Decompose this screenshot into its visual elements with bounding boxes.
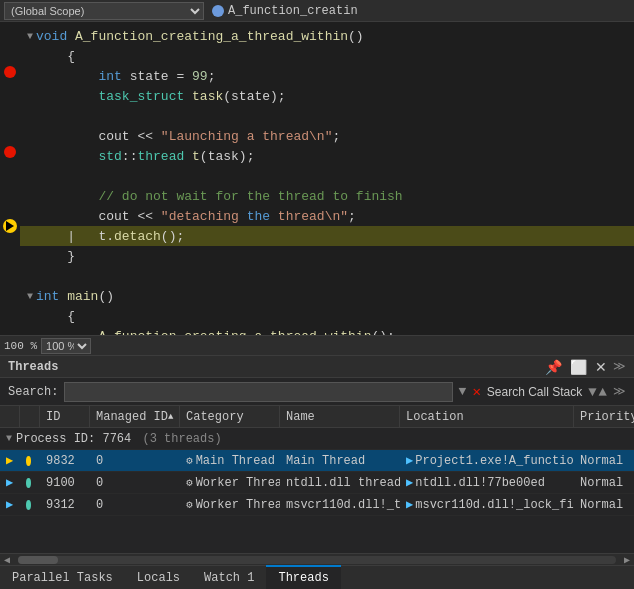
row-id: 9312 <box>40 494 90 515</box>
search-input[interactable] <box>64 382 452 402</box>
process-row: ▼ Process ID: 7764 (3 threads) <box>0 428 634 450</box>
code-line: { <box>20 306 634 326</box>
code-line: { <box>20 46 634 66</box>
code-line: std::thread t(task); <box>20 146 634 166</box>
row-arrow: ▶ <box>6 475 13 490</box>
row-location: ▶ntdll.dll!77be00ed <box>400 472 574 493</box>
overflow-menu[interactable]: ≫ <box>613 359 626 374</box>
fold-icon-2[interactable]: ▼ <box>24 290 36 302</box>
code-line: cout << "detaching the thread\n"; <box>20 206 634 226</box>
row-dot-cell <box>20 472 40 493</box>
code-line <box>20 106 634 126</box>
row-managed-id: 0 <box>90 450 180 471</box>
tab-parallel-tasks[interactable]: Parallel Tasks <box>0 565 125 589</box>
code-line: A_function_creating_a_thread_within(); <box>20 326 634 335</box>
pin-button[interactable]: 📌 <box>543 359 564 375</box>
threads-table: ID Managed ID Category Name Location Pri… <box>0 406 634 553</box>
table-row[interactable]: ▶ 9832 0 ⚙Main Thread Main Thread ▶Proje… <box>0 450 634 472</box>
execution-arrow <box>3 219 17 233</box>
table-row[interactable]: ▶ 9312 0 ⚙Worker Thread msvcr110d.dll!_t… <box>0 494 634 516</box>
horizontal-scrollbar[interactable]: ◀ ▶ <box>0 553 634 565</box>
zoom-bar: 100 % 100 % <box>0 335 634 355</box>
th-managed-id[interactable]: Managed ID <box>90 406 180 427</box>
row-dot-cell <box>20 450 40 471</box>
row-location: ▶Project1.exe!A_function_crea <box>400 450 574 471</box>
row-name: ntdll.dll thread <box>280 472 400 493</box>
code-line: int state = 99; <box>20 66 634 86</box>
search-call-stack-label: Search Call Stack <box>487 385 582 399</box>
search-label: Search: <box>8 385 58 399</box>
thread-icon: ⚙ <box>186 498 193 511</box>
row-managed-id: 0 <box>90 472 180 493</box>
code-line: } <box>20 246 634 266</box>
fold-icon[interactable]: ▼ <box>24 30 36 42</box>
code-line: task_struct task(state); <box>20 86 634 106</box>
table-row[interactable]: ▶ 9100 0 ⚙Worker Thread ntdll.dll thread… <box>0 472 634 494</box>
th-category[interactable]: Category <box>180 406 280 427</box>
row-id: 9832 <box>40 450 90 471</box>
zoom-dropdown[interactable]: 100 % <box>41 338 91 354</box>
panel-title: Threads <box>8 360 543 374</box>
close-button[interactable]: ✕ <box>593 359 609 375</box>
row-name: Main Thread <box>280 450 400 471</box>
code-line: // do not wait for the thread to finish <box>20 186 634 206</box>
line-gutter <box>0 22 20 335</box>
status-dot <box>26 500 31 510</box>
filter-icon[interactable]: ▼ <box>588 384 596 400</box>
keyword: void <box>36 29 75 44</box>
maximize-button[interactable]: ⬜ <box>568 359 589 375</box>
code-line <box>20 266 634 286</box>
table-overflow-menu[interactable]: ≫ <box>613 384 626 399</box>
row-location: ▶msvcr110d.dll!_lock_file <box>400 494 574 515</box>
collapse-icon[interactable]: ▼ <box>6 433 12 444</box>
row-arrow-cell: ▶ <box>0 472 20 493</box>
function-name-token: A_function_creating_a_thread_within <box>75 29 348 44</box>
table-body: ▼ Process ID: 7764 (3 threads) ▶ 9832 0 … <box>0 428 634 553</box>
location-arrow[interactable]: ▶ <box>406 453 413 468</box>
scrollbar-track[interactable] <box>18 556 616 564</box>
th-id[interactable]: ID <box>40 406 90 427</box>
tab-threads[interactable]: Threads <box>266 565 340 589</box>
search-call-stack-button[interactable]: Search Call Stack <box>487 385 582 399</box>
th-name[interactable]: Name <box>280 406 400 427</box>
row-arrow: ▶ <box>6 497 13 512</box>
row-name: msvcr110d.dll!_tl <box>280 494 400 515</box>
row-priority: Normal <box>574 472 634 493</box>
breakpoint-1[interactable] <box>4 66 16 78</box>
filter-up-icon[interactable]: ▲ <box>599 384 607 400</box>
row-category: ⚙Worker Thread <box>180 494 280 515</box>
breakpoint-2[interactable] <box>4 146 16 158</box>
tab-watch1[interactable]: Watch 1 <box>192 565 266 589</box>
code-content: ▼ void A_function_creating_a_thread_with… <box>20 22 634 335</box>
code-line-execution: | t.detach(); <box>20 226 634 246</box>
th-arrow <box>0 406 20 427</box>
dropdown-arrow[interactable]: ▼ <box>459 384 467 399</box>
row-arrow-cell: ▶ <box>0 450 20 471</box>
row-priority: Normal <box>574 450 634 471</box>
scope-dropdown[interactable]: (Global Scope) <box>4 2 204 20</box>
panel-actions: 📌 ⬜ ✕ ≫ <box>543 359 626 375</box>
location-arrow[interactable]: ▶ <box>406 475 413 490</box>
panel-title-bar: Threads 📌 ⬜ ✕ ≫ <box>0 356 634 378</box>
row-category: ⚙Main Thread <box>180 450 280 471</box>
function-name: A_function_creatin <box>228 4 358 18</box>
search-bar: Search: ▼ ✕ Search Call Stack ▼ ▲ ≫ <box>0 378 634 406</box>
code-editor: ▼ void A_function_creating_a_thread_with… <box>0 22 634 335</box>
process-label: Process ID: 7764 (3 threads) <box>16 432 222 446</box>
row-arrow-cell: ▶ <box>0 494 20 515</box>
zoom-level: 100 % <box>4 340 37 352</box>
svg-marker-0 <box>6 221 14 231</box>
tab-locals[interactable]: Locals <box>125 565 192 589</box>
function-indicator: A_function_creatin <box>212 4 358 18</box>
code-line <box>20 166 634 186</box>
filter-icons: ▼ ▲ <box>588 384 607 400</box>
th-location[interactable]: Location <box>400 406 574 427</box>
table-header: ID Managed ID Category Name Location Pri… <box>0 406 634 428</box>
clear-icon[interactable]: ✕ <box>472 383 480 400</box>
th-priority[interactable]: Priority <box>574 406 634 427</box>
active-arrow: ▶ <box>6 453 13 468</box>
threads-panel: Threads 📌 ⬜ ✕ ≫ Search: ▼ ✕ Search Call … <box>0 355 634 565</box>
scrollbar-thumb[interactable] <box>18 556 58 564</box>
row-category: ⚙Worker Thread <box>180 472 280 493</box>
location-arrow[interactable]: ▶ <box>406 497 413 512</box>
